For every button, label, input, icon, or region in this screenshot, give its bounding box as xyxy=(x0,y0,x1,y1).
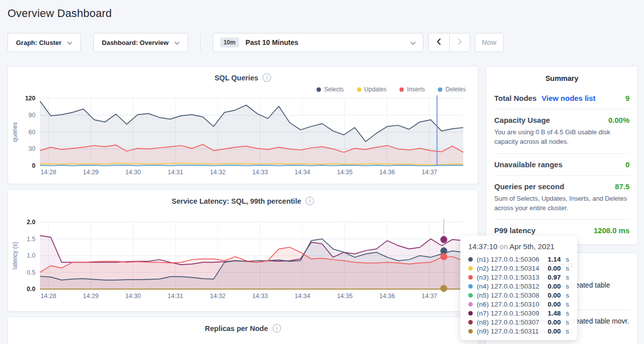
node-latency-unit: s xyxy=(566,274,569,281)
node-address: (n8) 127.0.0.1:50307 xyxy=(477,319,544,326)
summary-label: Queries per second xyxy=(494,182,564,191)
summary-label: P99 latency xyxy=(494,226,536,235)
summary-value: 1208.0 ms xyxy=(594,226,630,235)
info-icon[interactable] xyxy=(263,73,271,82)
chart-title: Replicas per Node xyxy=(205,325,268,333)
x-tick-label: 14:35 xyxy=(337,169,352,176)
controls-bar: Graph: Cluster Dashboard: Overview 10m P… xyxy=(7,33,638,52)
x-tick-label: 14:34 xyxy=(295,169,310,176)
node-address: (n4) 127.0.0.1:50312 xyxy=(477,283,544,290)
summary-row-top: Unavailable ranges0 xyxy=(494,160,630,169)
time-range-dropdown[interactable]: 10m Past 10 Minutes xyxy=(213,33,423,52)
legend-item[interactable]: Updates xyxy=(357,86,387,93)
chart-title-row: SQL Queries xyxy=(8,66,478,82)
legend-item[interactable]: Selects xyxy=(317,86,343,93)
summary-label: Total Nodes xyxy=(494,94,537,102)
tooltip-node-row: (n2) 127.0.0.1:503140.00s xyxy=(468,264,569,273)
summary-value: 0.00% xyxy=(608,116,630,124)
now-button[interactable]: Now xyxy=(475,33,504,52)
legend-label: Deletes xyxy=(445,86,466,93)
node-latency-value: 0.00 xyxy=(548,301,561,308)
node-address: (n5) 127.0.0.1:50308 xyxy=(477,292,544,299)
legend-item[interactable]: Inserts xyxy=(399,86,425,93)
summary-panel: Summary Total NodesView nodes list9Capac… xyxy=(486,66,638,245)
y-tick-label: 1.0 xyxy=(27,252,35,259)
charts-column: SQL Queries SelectsUpdatesInsertsDeletes… xyxy=(7,66,478,344)
legend-label: Selects xyxy=(324,86,343,93)
node-latency-value: 1.14 xyxy=(548,256,561,263)
x-tick-label: 14:33 xyxy=(252,293,268,300)
summary-row: Total NodesView nodes list9 xyxy=(494,87,630,109)
chart-legend: SelectsUpdatesInsertsDeletes xyxy=(8,82,478,93)
summary-row: Unavailable ranges0 xyxy=(494,153,630,175)
hover-dot xyxy=(440,285,447,292)
x-tick-label: 14:35 xyxy=(337,293,352,300)
legend-label: Inserts xyxy=(407,86,425,93)
chart-title: Service Latency: SQL, 99th percentile xyxy=(172,197,302,205)
legend-dot xyxy=(399,87,404,92)
time-next-button[interactable] xyxy=(449,33,470,51)
y-tick-label: 0 xyxy=(32,162,35,169)
latency-chart-card: Service Latency: SQL, 99th percentile 14… xyxy=(7,189,478,312)
page-title: Overview Dashboard xyxy=(7,7,638,20)
chevron-down-icon xyxy=(410,39,416,46)
node-address: (n6) 127.0.0.1:50310 xyxy=(477,301,544,308)
legend-item[interactable]: Deletes xyxy=(438,86,466,93)
hover-dot xyxy=(440,253,447,260)
y-tick-label: 2.0 xyxy=(27,219,35,226)
summary-desc: You are using 0 B of 4.5 GiB usable disk… xyxy=(494,128,630,147)
x-tick-label: 14:30 xyxy=(125,169,141,176)
replicas-chart-card: Replicas per Node xyxy=(7,317,478,344)
node-latency-unit: s xyxy=(566,328,569,335)
x-tick-label: 14:34 xyxy=(295,293,310,300)
node-latency-value: 0.00 xyxy=(548,265,561,272)
latency-chart[interactable]: 14:2814:2914:3014:3114:3214:3314:3414:35… xyxy=(8,210,479,300)
node-color-dot xyxy=(468,275,473,280)
node-color-dot xyxy=(468,293,473,298)
y-tick-label: 1.5 xyxy=(27,236,35,243)
info-icon[interactable] xyxy=(273,324,281,333)
summary-desc: Sum of Selects, Updates, Inserts, and De… xyxy=(494,194,630,213)
view-nodes-link[interactable]: View nodes list xyxy=(542,94,596,102)
chevron-left-icon xyxy=(436,38,441,47)
node-latency-value: 0.00 xyxy=(548,319,561,326)
summary-row-top: Capacity Usage0.00% xyxy=(494,116,630,124)
x-tick-label: 14:33 xyxy=(252,169,268,176)
y-tick-label: 0.0 xyxy=(27,286,35,293)
dashboard-dropdown[interactable]: Dashboard: Overview xyxy=(93,33,188,52)
x-tick-label: 14:30 xyxy=(125,293,141,300)
graph-dropdown[interactable]: Graph: Cluster xyxy=(7,33,81,52)
x-tick-label: 14:36 xyxy=(379,293,395,300)
node-latency-value: 0.00 xyxy=(548,292,561,299)
time-range-badge: 10m xyxy=(220,37,239,47)
time-prev-button[interactable] xyxy=(429,33,449,51)
y-axis-label: latency (s) xyxy=(11,242,18,269)
hover-dot xyxy=(440,236,447,243)
info-icon[interactable] xyxy=(306,197,314,205)
sql-queries-chart[interactable]: 14:2814:2914:3014:3114:3214:3314:3414:35… xyxy=(8,93,479,178)
tooltip-timestamp: 14:37:10 on Apr 5th, 2021 xyxy=(468,242,569,251)
node-latency-value: 1.48 xyxy=(548,310,561,317)
tooltip-node-row: (n1) 127.0.0.1:503061.14s xyxy=(468,255,569,264)
legend-dot xyxy=(438,87,442,92)
tooltip-node-row: (n3) 127.0.0.1:503130.97s xyxy=(468,273,569,282)
summary-value: 9 xyxy=(626,94,630,102)
node-latency-value: 0.97 xyxy=(548,274,561,281)
node-latency-unit: s xyxy=(566,256,569,263)
chart-title-row: Service Latency: SQL, 99th percentile xyxy=(8,190,478,205)
tooltip-date: Apr 5th, 2021 xyxy=(510,242,555,251)
y-tick-label: 30 xyxy=(28,145,35,152)
summary-title: Summary xyxy=(494,66,630,87)
node-address: (n2) 127.0.0.1:50314 xyxy=(477,265,544,272)
tooltip-node-row: (n8) 127.0.0.1:503070.00s xyxy=(468,318,569,327)
summary-row: Capacity Usage0.00%You are using 0 B of … xyxy=(494,109,630,153)
summary-label: Capacity Usage xyxy=(494,116,550,124)
node-color-dot xyxy=(468,284,473,289)
x-tick-label: 14:28 xyxy=(40,293,56,300)
node-latency-unit: s xyxy=(566,265,569,272)
tooltip-on: on xyxy=(500,242,508,251)
tooltip-node-row: (n5) 127.0.0.1:503080.00s xyxy=(468,291,569,300)
legend-dot xyxy=(317,87,321,92)
node-color-dot xyxy=(468,320,473,325)
dashboard-dropdown-label: Dashboard: Overview xyxy=(102,39,169,46)
